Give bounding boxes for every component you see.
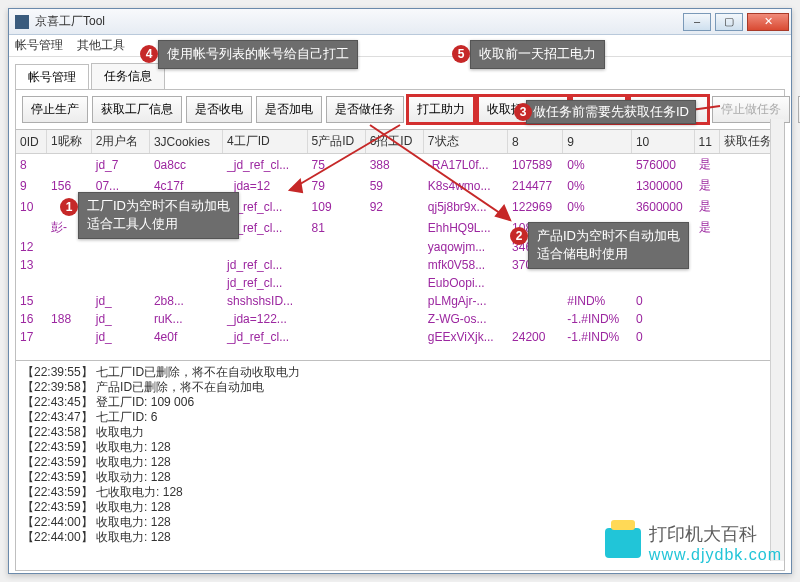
- log-line: 【22:43:59】 收取动力: 128: [22, 470, 778, 485]
- cell-id: 15: [16, 292, 47, 310]
- menubar: 帐号管理 其他工具: [9, 35, 791, 57]
- table-row[interactable]: 16188jd_ruK..._jda=122...Z-WG-os...-1.#I…: [16, 310, 784, 328]
- cell-id: 16: [16, 310, 47, 328]
- cell-id: [16, 274, 47, 292]
- column-header-10[interactable]: 10: [631, 130, 694, 154]
- tab-accounts[interactable]: 帐号管理: [15, 64, 89, 90]
- cell-pid: [365, 238, 423, 256]
- maximize-button[interactable]: ▢: [715, 13, 743, 31]
- app-icon: [15, 15, 29, 29]
- menu-accounts[interactable]: 帐号管理: [15, 37, 63, 54]
- is-task-button[interactable]: 是否做任务: [326, 96, 404, 123]
- cell-pid: [365, 292, 423, 310]
- close-button[interactable]: ✕: [747, 13, 789, 31]
- cell-c10: 1300000: [631, 175, 694, 196]
- cell-c8: 24200: [508, 328, 563, 346]
- cell-c11: 是: [694, 175, 719, 196]
- log-line: 【22:43:47】 七工厂ID: 6: [22, 410, 778, 425]
- cell-cookie: [149, 238, 222, 256]
- column-header-2[interactable]: 2用户名: [91, 130, 149, 154]
- cell-recruit: mfk0V58...: [423, 256, 507, 274]
- cell-nick: [47, 154, 92, 176]
- table-row[interactable]: 17jd_4e0f_jd_ref_cl...gEExViXjk...24200-…: [16, 328, 784, 346]
- column-header-0[interactable]: 0ID: [16, 130, 47, 154]
- callout-5: 收取前一天招工电力: [470, 40, 605, 69]
- log-line: 【22:43:59】 收取电力: 128: [22, 455, 778, 470]
- cell-user: jd_: [91, 328, 149, 346]
- table-row[interactable]: 15jd_2b8...shshshsID...pLMgAjr-...#IND%0: [16, 292, 784, 310]
- cell-c8: [508, 274, 563, 292]
- cell-cookie: [149, 256, 222, 274]
- window-title: 京喜工厂Tool: [35, 13, 105, 30]
- cell-c11: [694, 292, 719, 310]
- cell-c11: [694, 274, 719, 292]
- svg-marker-3: [496, 206, 510, 220]
- cell-c9: -1.#IND%: [563, 310, 632, 328]
- cell-cookie: [149, 274, 222, 292]
- cell-user: [91, 256, 149, 274]
- callout-2: 产品ID为空时不自动加电 适合储电时使用: [528, 222, 689, 269]
- cell-c10: 0: [631, 292, 694, 310]
- watermark: 打印机大百科 www.djydbk.com: [605, 522, 782, 564]
- is-charge-button[interactable]: 是否加电: [256, 96, 322, 123]
- log-line: 【22:43:45】 登工厂ID: 109 006: [22, 395, 778, 410]
- cell-c10: 3600000: [631, 196, 694, 217]
- cell-fid2: [307, 274, 365, 292]
- cell-c11: [694, 238, 719, 256]
- cell-fid: jd_ref_cl...: [223, 274, 307, 292]
- cell-c8: [508, 310, 563, 328]
- log-line: 【22:39:58】 产品ID已删除，将不在自动加电: [22, 380, 778, 395]
- cell-nick: [47, 238, 92, 256]
- arrow-to-product-id: [360, 120, 520, 230]
- cell-c10: 0: [631, 328, 694, 346]
- cell-c9: #IND%: [563, 292, 632, 310]
- badge-2: 2: [510, 227, 528, 245]
- cell-id: [16, 217, 47, 238]
- cell-id: 10: [16, 196, 47, 217]
- cell-id: 8: [16, 154, 47, 176]
- cell-nick: 188: [47, 310, 92, 328]
- column-header-9[interactable]: 9: [563, 130, 632, 154]
- titlebar[interactable]: 京喜工厂Tool – ▢ ✕: [9, 9, 791, 35]
- vertical-scrollbar[interactable]: [770, 119, 784, 561]
- cell-user: [91, 238, 149, 256]
- cell-nick: [47, 274, 92, 292]
- get-factory-info-button[interactable]: 获取工厂信息: [92, 96, 182, 123]
- cell-cookie: 2b8...: [149, 292, 222, 310]
- column-header-3[interactable]: 3JCookies: [149, 130, 222, 154]
- table-row[interactable]: jd_ref_cl...EubOopi...: [16, 274, 784, 292]
- stop-production-button[interactable]: 停止生产: [22, 96, 88, 123]
- column-header-1[interactable]: 1昵称: [47, 130, 92, 154]
- cell-fid: [223, 238, 307, 256]
- cell-c9: [563, 274, 632, 292]
- column-header-11[interactable]: 11: [694, 130, 719, 154]
- printer-icon: [605, 528, 641, 558]
- cell-fid2: [307, 256, 365, 274]
- is-collect-button[interactable]: 是否收电: [186, 96, 252, 123]
- cell-recruit: Z-WG-os...: [423, 310, 507, 328]
- cell-pid: [365, 310, 423, 328]
- cell-user: [91, 274, 149, 292]
- minimize-button[interactable]: –: [683, 13, 711, 31]
- callout-2-line2: 适合储电时使用: [537, 245, 680, 263]
- cell-fid: _jd_ref_cl...: [223, 328, 307, 346]
- cell-pid: [365, 274, 423, 292]
- badge-3: 3: [514, 103, 532, 121]
- cell-c10: 576000: [631, 154, 694, 176]
- work-help-button[interactable]: 打工助力: [408, 96, 474, 123]
- cell-user: jd_7: [91, 154, 149, 176]
- cell-id: 12: [16, 238, 47, 256]
- callout-1: 工厂ID为空时不自动加电 适合工具人使用: [78, 192, 239, 239]
- menu-tools[interactable]: 其他工具: [77, 37, 125, 54]
- cell-pid: [365, 256, 423, 274]
- cell-recruit: pLMgAjr-...: [423, 292, 507, 310]
- cell-recruit: yaqowjm...: [423, 238, 507, 256]
- cell-c9: -1.#IND%: [563, 328, 632, 346]
- cell-c9: 0%: [563, 196, 632, 217]
- cell-fid2: [307, 310, 365, 328]
- log-line: 【22:43:58】 收取电力: [22, 425, 778, 440]
- cell-recruit: gEExViXjk...: [423, 328, 507, 346]
- cell-fid: jd_ref_cl...: [223, 256, 307, 274]
- tab-tasks[interactable]: 任务信息: [91, 63, 165, 89]
- cell-c10: 0: [631, 310, 694, 328]
